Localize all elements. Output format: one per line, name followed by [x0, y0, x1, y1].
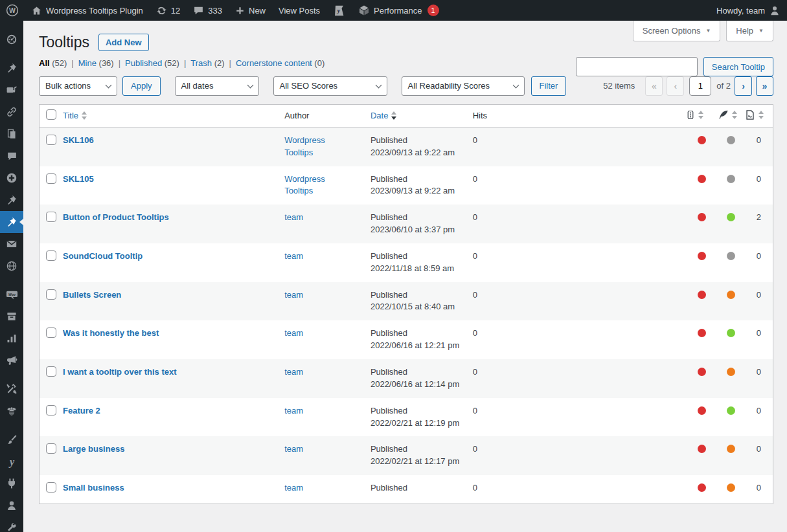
readability-scores-filter-select[interactable]: All Readability Scores [402, 76, 525, 96]
row-author-link[interactable]: team [284, 327, 303, 340]
sidebar-item-comments[interactable] [0, 145, 23, 167]
table-row: SoundCloud TooltipteamPublished2022/11/1… [40, 243, 773, 282]
sidebar-item-site-stats[interactable] [0, 255, 23, 277]
last-page-button[interactable]: » [756, 76, 773, 96]
sidebar-item-builder[interactable] [0, 378, 23, 400]
row-author-link[interactable]: team [284, 289, 303, 302]
dates-filter-select[interactable]: All dates [175, 76, 259, 96]
yoast-flag-icon: y [333, 5, 345, 17]
sort-by-readability-header[interactable] [718, 109, 737, 120]
yoast-menu-item[interactable]: y [326, 0, 352, 21]
sidebar-item-media[interactable] [0, 79, 23, 101]
sidebar-item-yoast-seo[interactable]: y [0, 450, 23, 472]
avatar-icon [769, 5, 781, 16]
select-all-checkbox[interactable] [46, 109, 56, 120]
row-title-link[interactable]: Large business [63, 444, 124, 454]
row-checkbox[interactable] [46, 482, 56, 493]
view-link-published[interactable]: Published (52) [125, 58, 179, 68]
new-menu-item[interactable]: New [229, 0, 272, 21]
sidebar-item-tools[interactable] [0, 516, 23, 532]
row-author-link[interactable]: team [284, 405, 303, 417]
row-checkbox[interactable] [46, 250, 56, 261]
add-new-button[interactable]: Add New [98, 34, 149, 51]
row-title-link[interactable]: Button of Product Tooltips [63, 212, 169, 222]
sidebar-item-custom-posts[interactable] [0, 189, 23, 211]
row-checkbox[interactable] [46, 327, 56, 338]
view-posts-menu-item[interactable]: View Posts [272, 0, 326, 21]
sidebar-item-appearance[interactable] [0, 428, 23, 450]
row-author-link[interactable]: Wordpress Tooltips [284, 173, 349, 198]
tooltips-table: Title Author Date Hits [39, 104, 773, 504]
row-checkbox[interactable] [46, 289, 56, 300]
row-checkbox[interactable] [46, 366, 56, 377]
current-page-input[interactable] [689, 76, 711, 96]
sidebar-item-mail[interactable] [0, 233, 23, 255]
first-page-button[interactable]: « [645, 76, 663, 96]
site-link[interactable]: Wordpress Tooltips Plugin [25, 0, 150, 21]
search-tooltip-button[interactable]: Search Tooltip [703, 57, 773, 76]
row-checkbox[interactable] [46, 135, 56, 145]
sort-by-links-header[interactable] [745, 109, 764, 120]
row-title-link[interactable]: Bullets Screen [63, 290, 121, 300]
view-link-all[interactable]: All (52) [39, 58, 67, 68]
row-checkbox[interactable] [46, 443, 56, 454]
row-title-link[interactable]: SKL105 [63, 174, 94, 184]
row-checkbox[interactable] [46, 405, 56, 416]
row-author-link[interactable]: team [284, 250, 303, 263]
seo-scores-filter-select[interactable]: All SEO Scores [273, 76, 387, 96]
filter-button[interactable]: Filter [531, 76, 567, 96]
search-input[interactable] [576, 57, 698, 76]
account-menu-item[interactable]: Howdy, team [710, 0, 787, 21]
row-checkbox[interactable] [46, 173, 56, 184]
sort-by-date-header[interactable]: Date [371, 111, 396, 120]
sidebar-item-dashboard[interactable] [0, 28, 23, 50]
sidebar-item-posts[interactable] [0, 57, 23, 79]
row-author-link[interactable]: Wordpress Tooltips [284, 135, 349, 159]
sidebar-item-bee-plugin[interactable] [0, 400, 23, 422]
sidebar-item-users[interactable] [0, 494, 23, 516]
view-link-trash[interactable]: Trash (2) [190, 58, 224, 68]
sidebar-item-analytics[interactable] [0, 327, 23, 349]
comments-menu-item[interactable]: 333 [187, 0, 229, 21]
sidebar-item-marketing[interactable] [0, 349, 23, 371]
row-title-link[interactable]: Feature 2 [63, 406, 100, 416]
sidebar-item-links[interactable] [0, 101, 23, 123]
items-count: 52 items [603, 81, 635, 91]
seo-score-dot [698, 252, 706, 260]
row-author-link[interactable]: team [284, 482, 303, 494]
sidebar-item-add-item[interactable] [0, 167, 23, 189]
view-label: All [39, 58, 50, 68]
row-title-link[interactable]: I want a tooltip over this text [63, 367, 177, 377]
updates-menu-item[interactable]: 12 [150, 0, 187, 21]
main-content: Screen Options ▼ Help ▼ Tooltips Add New… [23, 21, 787, 532]
screen-options-tab[interactable]: Screen Options ▼ [633, 21, 721, 41]
row-date: Published2023/09/13 at 9:22 am [371, 135, 462, 159]
view-link-mine[interactable]: Mine (36) [78, 58, 114, 68]
help-tab[interactable]: Help ▼ [726, 21, 773, 41]
sidebar-item-tooltips[interactable] [0, 211, 23, 233]
performance-menu-item[interactable]: Performance 1 [352, 0, 445, 21]
bulk-actions-select[interactable]: Bulk actions [39, 76, 117, 96]
row-author-link[interactable]: team [284, 443, 303, 456]
next-page-button[interactable]: › [735, 76, 752, 96]
sidebar-item-products[interactable] [0, 305, 23, 327]
row-title-link[interactable]: Small business [63, 483, 124, 493]
sidebar-item-woocommerce[interactable]: Woo [0, 283, 23, 305]
row-author-link[interactable]: team [284, 366, 303, 379]
seo-score-dot [698, 329, 706, 337]
prev-page-button[interactable]: ‹ [667, 76, 684, 96]
row-title-link[interactable]: SoundCloud Tooltip [63, 251, 143, 261]
sort-by-seo-score-header[interactable] [686, 109, 703, 120]
sidebar-item-pages[interactable] [0, 123, 23, 145]
sort-by-title-header[interactable]: Title [63, 111, 87, 120]
row-checkbox[interactable] [46, 212, 56, 222]
row-title-link[interactable]: Was it honestly the best [63, 328, 159, 338]
readability-score-dot [727, 136, 735, 144]
apply-button[interactable]: Apply [122, 76, 161, 96]
view-link-cornerstone-content[interactable]: Cornerstone content (0) [236, 58, 325, 68]
row-title-link[interactable]: SKL106 [63, 135, 94, 145]
row-hits: 0 [473, 398, 686, 437]
sidebar-item-plugins[interactable] [0, 472, 23, 494]
row-author-link[interactable]: team [284, 212, 303, 224]
wordpress-menu-item[interactable]: W [0, 0, 25, 21]
